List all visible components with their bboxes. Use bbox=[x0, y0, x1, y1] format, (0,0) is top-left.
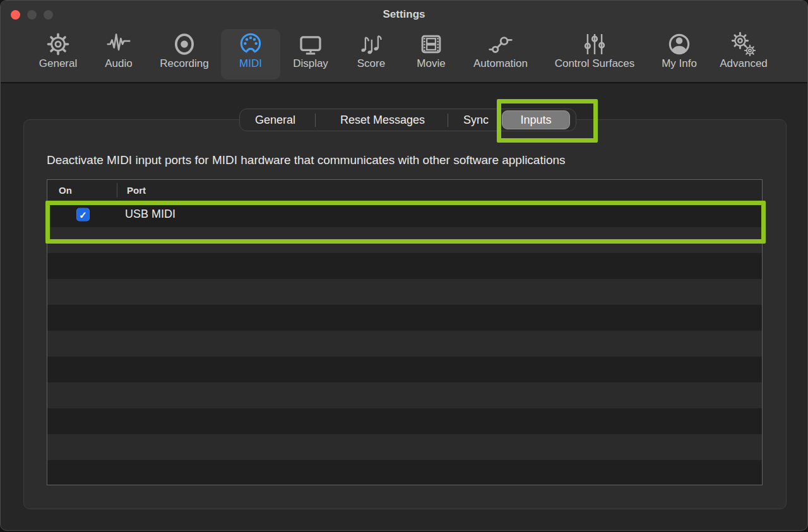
tab-reset-messages[interactable]: Reset Messages bbox=[340, 109, 425, 131]
zoom-button[interactable] bbox=[44, 10, 53, 20]
tab-general[interactable]: General bbox=[255, 109, 295, 131]
annotation-box-usb-midi-row bbox=[45, 201, 766, 244]
toolbar-item-label: Control Surfaces bbox=[547, 57, 642, 69]
tab-divider bbox=[315, 114, 316, 127]
table-header: On Port bbox=[47, 180, 762, 201]
toolbar-item-label: Automation bbox=[453, 57, 548, 69]
empty-row bbox=[47, 331, 762, 357]
column-header-on: On bbox=[47, 185, 117, 196]
monitor-icon bbox=[298, 32, 323, 57]
person-circle-icon bbox=[667, 32, 692, 57]
toolbar: Settings General bbox=[1, 1, 807, 83]
minimize-button[interactable] bbox=[27, 10, 37, 20]
tab-divider bbox=[448, 114, 448, 127]
toolbar-item-advanced[interactable]: Advanced bbox=[696, 32, 791, 69]
music-notes-icon bbox=[359, 32, 384, 57]
automation-curve-icon bbox=[488, 32, 513, 57]
column-divider bbox=[117, 183, 117, 198]
gears-icon bbox=[731, 32, 756, 57]
record-icon bbox=[172, 32, 197, 57]
toolbar-item-automation[interactable]: Automation bbox=[453, 32, 548, 69]
sliders-icon bbox=[582, 32, 607, 57]
annotation-box-inputs-tab bbox=[497, 99, 598, 143]
empty-row bbox=[47, 382, 762, 408]
tab-sync[interactable]: Sync bbox=[463, 109, 489, 131]
close-button[interactable] bbox=[11, 10, 20, 20]
empty-row bbox=[47, 253, 762, 279]
empty-row bbox=[47, 279, 762, 305]
film-icon bbox=[419, 32, 444, 57]
midi-settings-pane: General Reset Messages Sync Inputs Deact… bbox=[1, 85, 807, 530]
empty-row bbox=[47, 434, 762, 460]
column-header-port: Port bbox=[117, 185, 146, 196]
gear-icon bbox=[45, 32, 71, 57]
waveform-icon bbox=[106, 32, 131, 57]
empty-row bbox=[47, 408, 762, 434]
window-title: Settings bbox=[1, 1, 807, 28]
empty-row bbox=[47, 357, 762, 382]
midi-din-icon bbox=[238, 32, 263, 57]
inputs-description: Deactivate MIDI input ports for MIDI har… bbox=[47, 153, 566, 167]
empty-row bbox=[47, 460, 762, 485]
toolbar-item-label: Advanced bbox=[696, 57, 791, 69]
settings-window: Settings General bbox=[0, 0, 808, 531]
screen: Settings General bbox=[0, 0, 808, 532]
toolbar-item-control-surfaces[interactable]: Control Surfaces bbox=[547, 32, 642, 69]
empty-row bbox=[47, 305, 762, 331]
